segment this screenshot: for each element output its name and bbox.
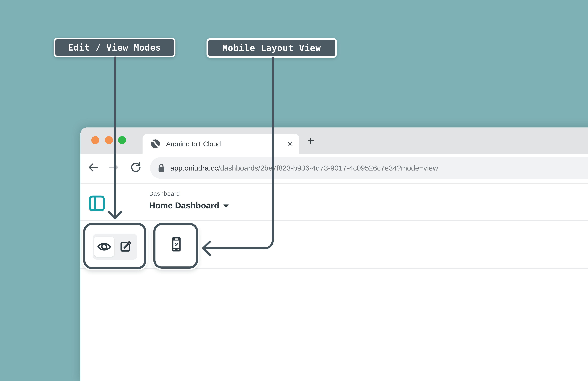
browser-toolbar: app.oniudra.cc/dashboards/2be7f823-b936-… [81, 154, 588, 183]
toolbar-divider [149, 227, 150, 264]
dashboard-header: Dashboard Home Dashboard [81, 183, 588, 221]
reload-icon[interactable] [129, 161, 142, 176]
breadcrumb: Dashboard [149, 190, 180, 197]
tab-close-icon[interactable]: ✕ [287, 134, 293, 154]
url-path: /dashboards/2be7f823-b936-4d73-9017-4c09… [218, 164, 438, 172]
callout-label: Mobile Layout View [222, 43, 321, 53]
tab-title: Arduino IoT Cloud [166, 140, 221, 148]
browser-tab[interactable]: Arduino IoT Cloud ✕ [143, 134, 299, 154]
window-zoom-button[interactable] [118, 136, 126, 144]
callout-edit-view-modes: Edit / View Modes [54, 38, 175, 57]
dashboard-title: Home Dashboard [149, 201, 219, 210]
dashboard-title-dropdown[interactable]: Home Dashboard [149, 201, 229, 210]
callout-label: Edit / View Modes [68, 42, 161, 53]
lock-icon [158, 164, 165, 172]
favicon-globe-icon [150, 139, 160, 149]
window-close-button[interactable] [91, 136, 99, 144]
address-bar[interactable]: app.oniudra.cc/dashboards/2be7f823-b936-… [150, 157, 588, 179]
window-minimize-button[interactable] [105, 136, 113, 144]
sidebar-toggle-icon[interactable] [89, 195, 105, 212]
back-icon[interactable] [86, 161, 99, 176]
url-domain: app.oniudra.cc [170, 164, 218, 172]
callout-mobile-layout: Mobile Layout View [207, 38, 337, 58]
chevron-down-icon [223, 205, 229, 208]
url-text: app.oniudra.cc/dashboards/2be7f823-b936-… [170, 164, 438, 172]
new-tab-button[interactable]: + [307, 127, 314, 154]
annotation-box-mobile [153, 223, 198, 269]
annotation-box-edit-view [83, 223, 146, 269]
forward-icon[interactable] [108, 161, 121, 176]
browser-tab-bar: Arduino IoT Cloud ✕ + [81, 127, 588, 154]
screenshot-stage: Arduino IoT Cloud ✕ + [0, 0, 588, 381]
